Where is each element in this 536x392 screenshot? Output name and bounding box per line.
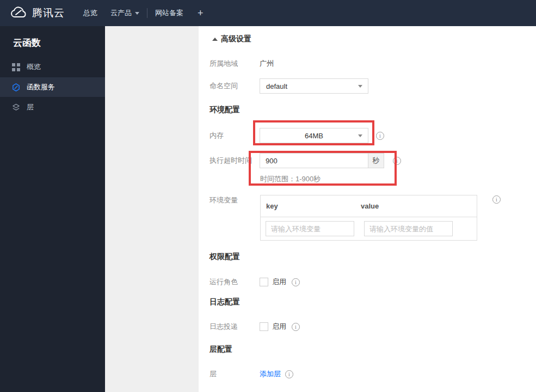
add-tab-button[interactable]: + <box>190 0 211 26</box>
envvar-table: key value <box>260 195 477 241</box>
layer-label: 层 <box>210 369 260 379</box>
env-config-section-header: 环境配置 <box>210 105 240 115</box>
layer-config-section-header: 层配置 <box>210 344 232 355</box>
envvar-table-row <box>261 217 477 240</box>
envvar-label-row: 环境变量 <box>210 196 260 205</box>
nav-website-icp[interactable]: 网站备案 <box>149 0 190 26</box>
chevron-down-icon <box>358 85 362 88</box>
sidebar-item-label: 概览 <box>27 62 41 72</box>
advanced-settings-toggle[interactable]: 高级设置 <box>212 35 251 44</box>
envvar-value-header: value <box>361 202 477 210</box>
info-icon[interactable]: i <box>285 370 293 378</box>
nav-overview-label: 总览 <box>83 8 97 18</box>
info-icon[interactable]: i <box>292 278 300 286</box>
sidebar-item-label: 函数服务 <box>27 82 55 92</box>
nav-website-icp-label: 网站备案 <box>155 8 183 18</box>
topbar: 腾讯云 总览 云产品 网站备案 + <box>0 0 536 26</box>
envvar-table-header: key value <box>261 195 477 217</box>
advanced-settings-label: 高级设置 <box>221 34 251 44</box>
namespace-select[interactable]: default <box>260 78 368 94</box>
region-row: 所属地域 广州 <box>210 56 274 71</box>
nav-divider <box>147 8 147 18</box>
brand-name: 腾讯云 <box>32 6 65 20</box>
namespace-row: 命名空间 default <box>210 78 368 94</box>
log-label: 日志投递 <box>210 322 260 332</box>
memory-label: 内存 <box>210 131 260 140</box>
timeout-hint: 时间范围：1-900秒 <box>260 174 321 184</box>
layer-row: 层 添加层 i <box>210 370 293 378</box>
sidebar: 云函数 概览 函数服务 层 <box>0 26 105 392</box>
memory-row: 内存 64MB i <box>210 128 384 143</box>
brand[interactable]: 腾讯云 <box>0 6 65 20</box>
add-layer-link[interactable]: 添加层 <box>260 369 281 379</box>
envvar-key-header: key <box>261 202 361 210</box>
namespace-selected-value: default <box>266 79 287 93</box>
sidebar-item-layers[interactable]: 层 <box>0 97 105 117</box>
info-icon[interactable]: i <box>492 195 501 204</box>
grid-icon <box>12 63 20 71</box>
sidebar-title: 云函数 <box>13 36 41 49</box>
sidebar-item-label: 层 <box>27 102 34 112</box>
role-enable-label: 启用 <box>272 277 286 287</box>
info-icon[interactable]: i <box>393 157 401 165</box>
role-label: 运行角色 <box>210 277 260 287</box>
nav-cloud-products[interactable]: 云产品 <box>104 0 146 26</box>
envvar-value-input[interactable] <box>364 221 453 236</box>
log-row: 日志投递 启用 i <box>210 322 300 331</box>
timeout-row: 执行超时时间 秒 i <box>210 153 401 168</box>
chevron-down-icon <box>358 134 362 137</box>
role-enable-checkbox[interactable] <box>260 278 268 286</box>
info-icon[interactable]: i <box>376 132 384 140</box>
list-panel <box>105 26 199 392</box>
timeout-label: 执行超时时间 <box>210 156 260 166</box>
memory-select[interactable]: 64MB <box>260 128 368 143</box>
top-navigation: 总览 云产品 网站备案 + <box>77 0 211 26</box>
role-row: 运行角色 启用 i <box>210 278 300 286</box>
log-enable-checkbox[interactable] <box>260 322 268 331</box>
collapse-arrow-icon <box>212 38 218 41</box>
envvar-label: 环境变量 <box>210 195 260 205</box>
namespace-label: 命名空间 <box>210 81 260 91</box>
function-hexagon-icon <box>12 83 20 91</box>
info-icon[interactable]: i <box>292 323 300 331</box>
timeout-input[interactable] <box>260 153 368 168</box>
region-label: 所属地域 <box>210 59 260 69</box>
timeout-unit: 秒 <box>368 153 384 168</box>
memory-selected-value: 64MB <box>260 128 368 143</box>
layers-icon <box>12 103 20 112</box>
sidebar-item-overview[interactable]: 概览 <box>0 57 105 77</box>
function-config-panel: 高级设置 所属地域 广州 命名空间 default 环境配置 内存 64MB i <box>199 26 536 392</box>
envvar-key-input[interactable] <box>266 221 354 236</box>
nav-overview[interactable]: 总览 <box>77 0 104 26</box>
log-config-section-header: 日志配置 <box>210 297 240 308</box>
tencent-cloud-logo-icon <box>10 7 27 20</box>
nav-cloud-products-label: 云产品 <box>110 8 132 18</box>
region-value: 广州 <box>260 59 274 69</box>
perm-config-section-header: 权限配置 <box>210 252 240 262</box>
log-enable-label: 启用 <box>272 322 286 332</box>
page: 腾讯云 总览 云产品 网站备案 + 云函数 <box>0 0 536 392</box>
plus-icon: + <box>198 8 204 19</box>
chevron-down-icon <box>135 12 139 15</box>
sidebar-item-function-service[interactable]: 函数服务 <box>0 77 105 97</box>
